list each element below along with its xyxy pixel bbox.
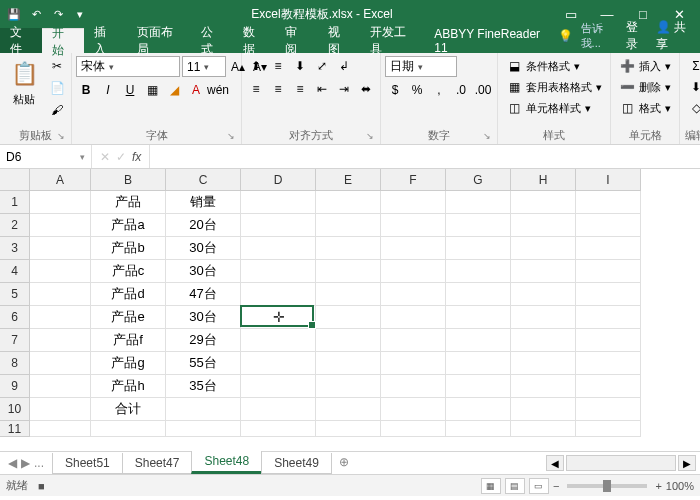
sheet-tab[interactable]: Sheet51 (52, 453, 123, 474)
sheet-tab[interactable]: Sheet47 (122, 453, 193, 474)
sheet-nav-prev-icon[interactable]: ◀ (8, 456, 17, 470)
cell[interactable] (511, 375, 576, 398)
cell[interactable] (241, 329, 316, 352)
hscroll-right-button[interactable]: ▶ (678, 455, 696, 471)
cut-button[interactable]: ✂ (47, 56, 67, 76)
cell[interactable] (446, 352, 511, 375)
cell[interactable] (166, 421, 241, 437)
cell[interactable] (316, 352, 381, 375)
align-left-icon[interactable]: ≡ (246, 79, 266, 99)
cell[interactable] (576, 237, 641, 260)
cell[interactable] (511, 329, 576, 352)
underline-button[interactable]: U (120, 80, 140, 100)
cell[interactable] (316, 260, 381, 283)
cell[interactable] (241, 214, 316, 237)
tell-me-lightbulb-icon[interactable]: 💡 (558, 29, 573, 43)
tab-file[interactable]: 文件 (0, 28, 42, 53)
cell[interactable] (166, 398, 241, 421)
tell-me-input[interactable]: 告诉我... (581, 21, 619, 51)
cell[interactable] (576, 214, 641, 237)
cell[interactable] (576, 306, 641, 329)
column-header[interactable]: B (91, 169, 166, 191)
share-button[interactable]: 👤 共享 (656, 19, 694, 53)
column-header[interactable]: I (576, 169, 641, 191)
sheet-tab[interactable]: Sheet49 (261, 453, 332, 474)
formula-input[interactable] (150, 145, 700, 168)
cancel-formula-icon[interactable]: ✕ (100, 150, 110, 164)
cell[interactable] (511, 214, 576, 237)
row-header[interactable]: 1 (0, 191, 30, 214)
cell[interactable] (316, 306, 381, 329)
cell-B8[interactable]: 产品g (91, 352, 166, 375)
cell[interactable] (241, 352, 316, 375)
dialog-launcher-icon[interactable]: ↘ (364, 131, 376, 143)
column-header[interactable]: G (446, 169, 511, 191)
cell[interactable] (576, 283, 641, 306)
cell-B4[interactable]: 产品c (91, 260, 166, 283)
cell-C2[interactable]: 20台 (166, 214, 241, 237)
insert-cells-button[interactable]: ➕插入 ▾ (615, 56, 675, 76)
name-box[interactable]: D6▾ (0, 145, 92, 168)
italic-button[interactable]: I (98, 80, 118, 100)
format-painter-button[interactable]: 🖌 (47, 100, 67, 120)
cell[interactable] (446, 375, 511, 398)
tab-abbyy-finereader-11[interactable]: ABBYY FineReader 11 (424, 28, 557, 53)
cell[interactable] (576, 191, 641, 214)
cell-style-button[interactable]: ◫单元格样式 ▾ (502, 98, 595, 118)
row-header[interactable]: 6 (0, 306, 30, 329)
cell[interactable] (576, 375, 641, 398)
cell[interactable] (30, 398, 91, 421)
row-header[interactable]: 2 (0, 214, 30, 237)
cell[interactable] (511, 306, 576, 329)
cell[interactable] (30, 214, 91, 237)
cell[interactable] (30, 375, 91, 398)
fx-icon[interactable]: fx (132, 150, 141, 164)
cell-B3[interactable]: 产品b (91, 237, 166, 260)
increase-decimal-icon[interactable]: .0 (451, 80, 471, 100)
cell[interactable] (511, 260, 576, 283)
cell-C9[interactable]: 35台 (166, 375, 241, 398)
cell-C1[interactable]: 销量 (166, 191, 241, 214)
cell[interactable] (511, 352, 576, 375)
cell[interactable] (511, 421, 576, 437)
cell[interactable] (241, 260, 316, 283)
row-header[interactable]: 11 (0, 421, 30, 437)
cell[interactable] (30, 283, 91, 306)
cell-B2[interactable]: 产品a (91, 214, 166, 237)
cell[interactable] (241, 306, 316, 329)
bold-button[interactable]: B (76, 80, 96, 100)
page-break-view-button[interactable]: ▭ (529, 478, 549, 494)
page-layout-view-button[interactable]: ▤ (505, 478, 525, 494)
increase-indent-icon[interactable]: ⇥ (334, 79, 354, 99)
column-header[interactable]: A (30, 169, 91, 191)
save-icon[interactable]: 💾 (4, 4, 24, 24)
cell[interactable] (241, 191, 316, 214)
cell[interactable] (30, 237, 91, 260)
font-family-combo[interactable]: 宋体▾ (76, 56, 180, 77)
cell[interactable] (241, 421, 316, 437)
row-header[interactable]: 3 (0, 237, 30, 260)
cell[interactable] (381, 214, 446, 237)
add-sheet-button[interactable]: ⊕ (331, 452, 357, 474)
cell[interactable] (381, 260, 446, 283)
align-right-icon[interactable]: ≡ (290, 79, 310, 99)
cell[interactable] (316, 283, 381, 306)
cell[interactable] (30, 191, 91, 214)
cell[interactable] (446, 421, 511, 437)
cell[interactable] (241, 398, 316, 421)
align-top-icon[interactable]: ⬆ (246, 56, 266, 76)
cell[interactable] (576, 329, 641, 352)
cell[interactable] (381, 237, 446, 260)
conditional-format-button[interactable]: ⬓条件格式 ▾ (502, 56, 584, 76)
column-header[interactable]: C (166, 169, 241, 191)
merge-cells-icon[interactable]: ⬌ (356, 79, 376, 99)
clear-button[interactable]: ◇ (684, 98, 700, 118)
cell[interactable] (446, 214, 511, 237)
tab-公式[interactable]: 公式 (191, 28, 233, 53)
fill-color-button[interactable]: ◢ (164, 80, 184, 100)
cell[interactable] (381, 421, 446, 437)
tab-数据[interactable]: 数据 (233, 28, 275, 53)
cell[interactable] (576, 421, 641, 437)
font-color-button[interactable]: A (186, 80, 206, 100)
decrease-indent-icon[interactable]: ⇤ (312, 79, 332, 99)
